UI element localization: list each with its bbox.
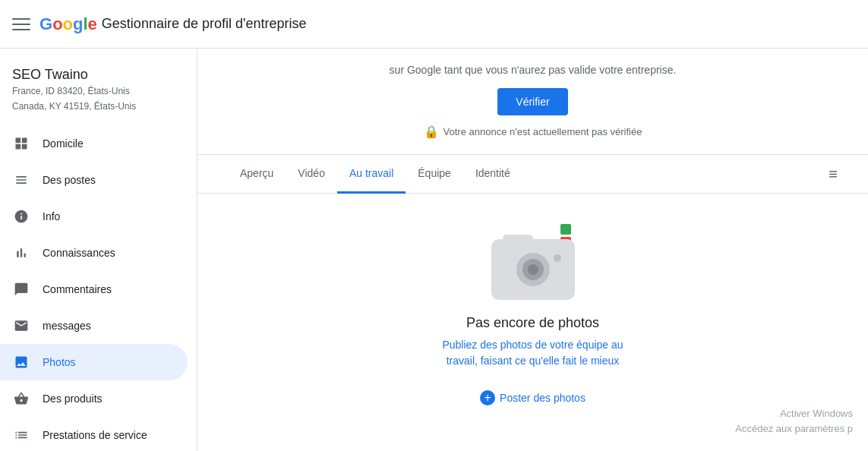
sidebar-item-label-des-postes: Des postes xyxy=(43,174,96,186)
tab-apercu[interactable]: Aperçu xyxy=(228,155,286,194)
body: SEO Twaino France, ID 83420, États-Unis … xyxy=(0,49,868,451)
sidebar-item-info[interactable]: Info xyxy=(0,198,188,235)
watermark-line1: Activer Windows xyxy=(735,406,853,421)
unverified-notice: 🔒 Votre annonce n'est actuellement pas v… xyxy=(424,125,642,139)
tab-equipe[interactable]: Équipe xyxy=(406,155,463,194)
sidebar-item-label-commentaires: Commentaires xyxy=(43,283,112,295)
sort-icon[interactable]: ≡ xyxy=(829,166,838,183)
unverified-text: Votre annonce n'est actuellement pas vér… xyxy=(443,126,642,137)
no-photos-desc: Publiez des photos de votre équipe au tr… xyxy=(427,337,639,369)
header-title: Gestionnaire de profil d'entreprise xyxy=(102,16,307,32)
connaissances-icon xyxy=(12,244,30,262)
commentaires-icon xyxy=(12,280,30,298)
camera-lens-inner xyxy=(522,259,544,280)
sidebar-item-domicile[interactable]: Domicile xyxy=(0,125,188,162)
google-letter-o2: o xyxy=(63,14,73,34)
des-produits-icon xyxy=(12,390,30,408)
camera-flash xyxy=(554,254,561,262)
sidebar-item-des-postes[interactable]: Des postes xyxy=(0,162,188,198)
sidebar-item-label-domicile: Domicile xyxy=(43,137,84,150)
prestations-icon xyxy=(12,426,30,444)
sidebar-item-label-prestations: Prestations de service xyxy=(43,429,147,441)
watermark: Activer Windows Accédez aux paramètres p xyxy=(735,406,853,436)
banner-text: sur Google tant que vous n'aurez pas val… xyxy=(390,64,677,76)
lock-icon: 🔒 xyxy=(424,125,439,139)
camera-body xyxy=(491,239,575,300)
business-info: SEO Twaino France, ID 83420, États-Unis … xyxy=(0,58,197,125)
watermark-line2: Accédez aux paramètres p xyxy=(735,421,853,437)
google-logo: G o o g l e xyxy=(39,14,97,34)
tabs-bar: Aperçu Vidéo Au travail Équipe Identité … xyxy=(197,155,868,194)
sidebar-item-label-connaissances: Connaissances xyxy=(43,247,115,259)
google-letter-g: G xyxy=(39,14,52,34)
google-letter-e: e xyxy=(88,14,97,34)
tab-au-travail[interactable]: Au travail xyxy=(337,155,406,194)
no-photos-title: Pas encore de photos xyxy=(466,315,599,331)
info-icon xyxy=(12,207,30,226)
sidebar-item-connaissances[interactable]: Connaissances xyxy=(0,235,188,271)
sidebar-item-des-produits[interactable]: Des produits xyxy=(0,380,188,417)
google-letter-g2: g xyxy=(73,14,83,34)
verify-button[interactable]: Vérifier xyxy=(497,88,567,115)
sidebar-item-label-messages: messages xyxy=(43,320,91,332)
business-name: SEO Twaino xyxy=(12,67,185,83)
messages-icon xyxy=(12,317,30,335)
color-bar-green xyxy=(560,224,571,235)
plus-icon: + xyxy=(480,390,495,405)
menu-icon[interactable] xyxy=(12,15,30,33)
sidebar-item-messages[interactable]: messages xyxy=(0,308,188,344)
post-photo-label: Poster des photos xyxy=(500,392,586,404)
business-location-2: Canada, KY 41519, États-Unis xyxy=(12,99,185,113)
des-postes-icon xyxy=(12,171,30,189)
google-letter-o1: o xyxy=(52,14,62,34)
camera-illustration xyxy=(488,224,579,300)
tab-video[interactable]: Vidéo xyxy=(286,155,337,194)
sidebar-item-label-info: Info xyxy=(43,210,60,222)
sidebar-item-label-des-produits: Des produits xyxy=(43,393,103,405)
sidebar-item-label-photos: Photos xyxy=(43,356,76,368)
top-banner: sur Google tant que vous n'aurez pas val… xyxy=(197,49,868,155)
business-location-1: France, ID 83420, États-Unis xyxy=(12,84,185,98)
photos-icon xyxy=(12,353,30,371)
camera-lens-center xyxy=(528,264,538,275)
sidebar-item-commentaires[interactable]: Commentaires xyxy=(0,271,188,308)
camera-lens-outer xyxy=(516,253,550,286)
sidebar-item-photos[interactable]: Photos xyxy=(0,344,188,380)
sidebar: SEO Twaino France, ID 83420, États-Unis … xyxy=(0,49,197,451)
main-content: sur Google tant que vous n'aurez pas val… xyxy=(197,49,868,451)
sidebar-item-prestations[interactable]: Prestations de service xyxy=(0,417,188,451)
domicile-icon xyxy=(12,134,30,153)
post-photo-button[interactable]: + Poster des photos xyxy=(468,384,598,412)
tab-identite[interactable]: Identité xyxy=(463,155,522,194)
header: G o o g l e Gestionnaire de profil d'ent… xyxy=(0,0,868,49)
